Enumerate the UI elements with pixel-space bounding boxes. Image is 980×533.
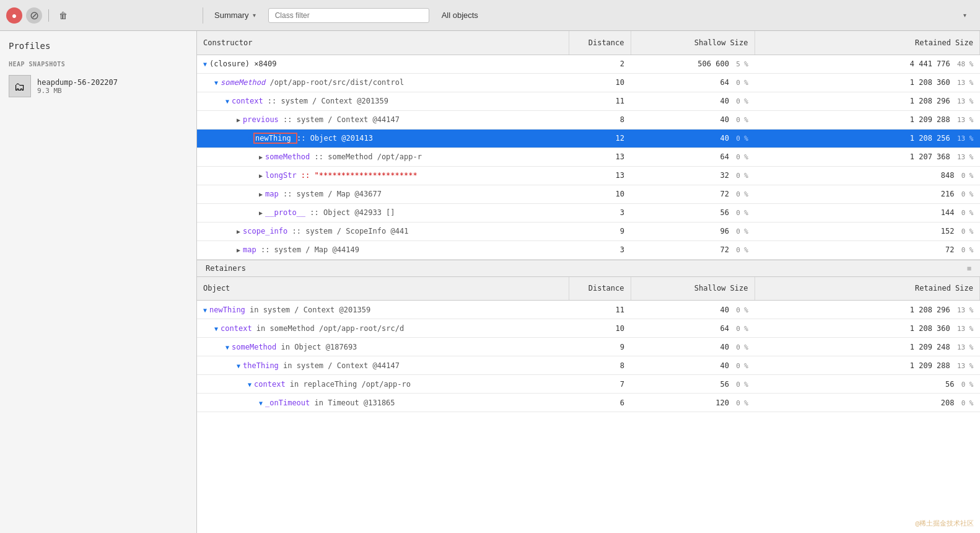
- main-layout: Profiles HEAP SNAPSHOTS 🗂 heapdump-56-20…: [0, 31, 980, 533]
- retainers-label: Retainers: [206, 264, 246, 273]
- all-objects-arrow: ▾: [963, 12, 966, 19]
- distance-cell: 2: [569, 55, 631, 73]
- distance-cell: 12: [569, 129, 631, 148]
- ret-distance-cell: 6: [569, 394, 631, 412]
- shallow-size-cell: 64 0 %: [631, 73, 755, 92]
- all-objects-button[interactable]: All objects ▾: [434, 8, 974, 22]
- constructor-table: Constructor Distance Shallow Size Retain…: [197, 31, 980, 260]
- constructor-cell: ▶map :: system / Map @43677: [197, 185, 569, 203]
- expand-arrow[interactable]: ▼: [225, 344, 229, 351]
- constructor-cell: ▼someMethod /opt/app-root/src/dist/contr…: [197, 73, 569, 92]
- delete-button[interactable]: 🗑: [55, 7, 71, 24]
- ret-shallow-size-cell: 64 0 %: [631, 319, 755, 338]
- ret-retained-header: Retained Size: [755, 277, 980, 301]
- expand-arrow[interactable]: ▼: [259, 400, 263, 407]
- retained-size-header: Retained Size: [755, 31, 980, 55]
- object-cell: ▼theThing in system / Context @44147: [197, 356, 569, 375]
- shallow-size-cell: 40 0 %: [631, 110, 755, 129]
- expand-arrow[interactable]: ▼: [214, 325, 218, 332]
- bottom-section: Object Distance Shallow Size Retained Si…: [197, 277, 980, 534]
- shallow-size-cell: 72 0 %: [631, 185, 755, 203]
- table-row[interactable]: ▼_onTimeout in Timeout @1318656120 0 %20…: [197, 394, 980, 412]
- content-area: Constructor Distance Shallow Size Retain…: [197, 31, 980, 533]
- heap-snapshot-item[interactable]: 🗂 heapdump-56-202207 9.3 MB: [0, 70, 196, 102]
- distance-cell: 11: [569, 92, 631, 110]
- retained-size-cell: 1 208 360 13 %: [755, 73, 980, 92]
- constructor-cell: ▶scope_info :: system / ScopeInfo @441: [197, 222, 569, 240]
- ret-retained-size-cell: 208 0 %: [755, 394, 980, 412]
- expand-arrow[interactable]: ▶: [237, 247, 240, 253]
- expand-arrow[interactable]: ▼: [225, 98, 229, 105]
- ret-distance-cell: 9: [569, 338, 631, 356]
- ret-distance-cell: 7: [569, 375, 631, 394]
- expand-arrow[interactable]: ▼: [237, 363, 240, 369]
- ret-retained-size-cell: 1 209 288 13 %: [755, 356, 980, 375]
- ret-shallow-size-cell: 40 0 %: [631, 338, 755, 356]
- toolbar-right: Summary ▾ All objects ▾: [207, 8, 974, 23]
- table-row[interactable]: ▶__proto__ :: Object @42933 []356 0 %144…: [197, 203, 980, 222]
- heap-snapshot-icon: 🗂: [9, 75, 31, 97]
- expand-arrow[interactable]: ▶: [237, 228, 240, 235]
- expand-arrow[interactable]: ▼: [203, 61, 207, 68]
- retained-size-cell: 1 208 256 13 %: [755, 129, 980, 148]
- table-row[interactable]: ▼someMethod /opt/app-root/src/dist/contr…: [197, 73, 980, 92]
- table-row[interactable]: ▶longStr :: "**********************1332 …: [197, 166, 980, 185]
- table-row[interactable]: ▶map :: system / Map @44149372 0 %72 0 %: [197, 240, 980, 259]
- heap-snapshots-label: HEAP SNAPSHOTS: [0, 56, 196, 70]
- retained-size-cell: 1 208 296 13 %: [755, 92, 980, 110]
- toolbar: ● ⊘ 🗑 Summary ▾ All objects ▾: [0, 0, 980, 31]
- retained-size-cell: 4 441 776 48 %: [755, 55, 980, 73]
- summary-label: Summary: [214, 11, 249, 20]
- retained-size-cell: 152 0 %: [755, 222, 980, 240]
- retained-size-cell: 72 0 %: [755, 240, 980, 259]
- distance-header: Distance: [569, 31, 631, 55]
- ret-distance-header: Distance: [569, 277, 631, 301]
- object-cell: ▼_onTimeout in Timeout @131865: [197, 394, 569, 412]
- distance-cell: 10: [569, 185, 631, 203]
- expand-arrow[interactable]: ▼: [214, 79, 218, 86]
- ret-distance-cell: 10: [569, 319, 631, 338]
- expand-arrow[interactable]: ▼: [248, 135, 252, 142]
- object-cell: ▼context in replaceThing /opt/app-ro: [197, 375, 569, 394]
- ret-shallow-size-cell: 56 0 %: [631, 375, 755, 394]
- clear-button[interactable]: ⊘: [26, 7, 42, 24]
- table-row[interactable]: ▶map :: system / Map @436771072 0 %216 0…: [197, 185, 980, 203]
- shallow-size-cell: 72 0 %: [631, 240, 755, 259]
- distance-cell: 9: [569, 222, 631, 240]
- ret-shallow-size-cell: 120 0 %: [631, 394, 755, 412]
- expand-arrow[interactable]: ▶: [259, 154, 263, 161]
- heap-snapshot-info: heapdump-56-202207 9.3 MB: [37, 78, 118, 95]
- table-row[interactable]: ▶someMethod :: someMethod /opt/app-r1364…: [197, 148, 980, 166]
- table-row[interactable]: ▼theThing in system / Context @44147840 …: [197, 356, 980, 375]
- heap-snapshot-size: 9.3 MB: [37, 87, 118, 95]
- shallow-size-cell: 56 0 %: [631, 203, 755, 222]
- expand-arrow[interactable]: ▶: [237, 117, 240, 123]
- expand-arrow[interactable]: ▶: [259, 172, 263, 179]
- toolbar-separator: [48, 9, 49, 22]
- expand-arrow[interactable]: ▼: [203, 307, 207, 314]
- table-row[interactable]: ▼context :: system / Context @2013591140…: [197, 92, 980, 110]
- retainers-table: Object Distance Shallow Size Retained Si…: [197, 277, 980, 413]
- expand-arrow[interactable]: ▶: [259, 209, 263, 216]
- class-filter-input[interactable]: [268, 8, 429, 23]
- expand-arrow[interactable]: ▶: [259, 191, 263, 198]
- table-row[interactable]: ▶scope_info :: system / ScopeInfo @44199…: [197, 222, 980, 240]
- shallow-size-header: Shallow Size: [631, 31, 755, 55]
- top-section: Constructor Distance Shallow Size Retain…: [197, 31, 980, 260]
- table-row[interactable]: ▼(closure) ×84092506 600 5 %4 441 776 48…: [197, 55, 980, 73]
- ret-retained-size-cell: 1 209 248 13 %: [755, 338, 980, 356]
- ret-shallow-header: Shallow Size: [631, 277, 755, 301]
- table-row[interactable]: ▼newThing in system / Context @201359114…: [197, 301, 980, 319]
- record-button[interactable]: ●: [6, 7, 22, 24]
- constructor-cell: ▼context :: system / Context @201359: [197, 92, 569, 110]
- table-row[interactable]: ▼newThing :: Object @2014131240 0 %1 208…: [197, 129, 980, 148]
- ret-retained-size-cell: 1 208 360 13 %: [755, 319, 980, 338]
- distance-cell: 3: [569, 203, 631, 222]
- table-row[interactable]: ▼context in replaceThing /opt/app-ro756 …: [197, 375, 980, 394]
- object-cell: ▼context in someMethod /opt/app-root/src…: [197, 319, 569, 338]
- summary-button[interactable]: Summary ▾: [207, 8, 263, 22]
- expand-arrow[interactable]: ▼: [248, 381, 252, 388]
- table-row[interactable]: ▼context in someMethod /opt/app-root/src…: [197, 319, 980, 338]
- table-row[interactable]: ▶previous :: system / Context @44147840 …: [197, 110, 980, 129]
- table-row[interactable]: ▼someMethod in Object @187693940 0 %1 20…: [197, 338, 980, 356]
